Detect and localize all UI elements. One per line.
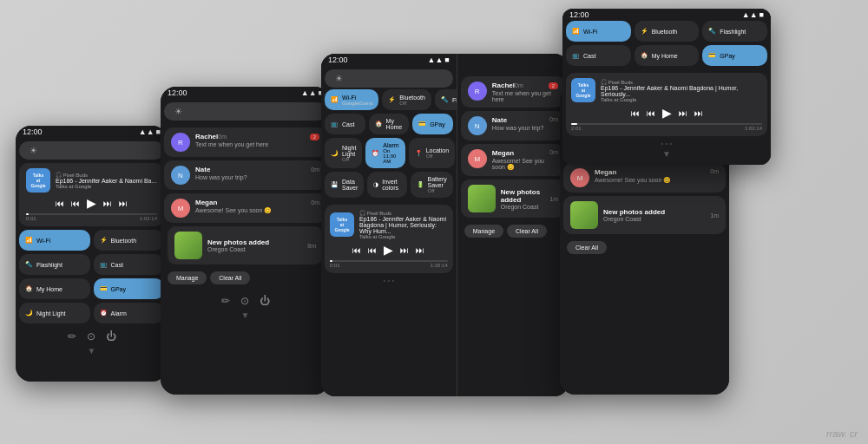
clear-button-2[interactable]: Clear All [210, 271, 250, 284]
media-controls-3[interactable]: ⏮ ⏮ ▶ ⏭ ⏭ [330, 243, 448, 257]
search-icon-3: ☀ [335, 74, 343, 83]
photos-content-2: New photos added Oregon Coast [207, 238, 269, 252]
clear-button-3[interactable]: Clear All [507, 225, 547, 238]
notif-nate-3: N Nate 0m How was your trip? [461, 111, 565, 140]
manage-button-2[interactable]: Manage [168, 271, 207, 284]
tile-batterysaver-3[interactable]: 🔋 Battery Saver Off [411, 172, 453, 198]
location-icon-3: 📍 [415, 150, 423, 157]
settings-icon-2[interactable]: ⊙ [240, 295, 249, 307]
photos-notif-4: New photos added Oregon Coast 1m [563, 196, 726, 234]
status-bar-1: 12:00 ▲▲ ■ [16, 126, 168, 138]
search-bar-3[interactable]: ☀ [325, 69, 453, 88]
moon-icon-1: 🌙 [25, 310, 33, 317]
notif-list-2: R Rachel 0m 2 Text me when you get here … [161, 124, 330, 291]
tile-cast-3[interactable]: 📺 Cast [325, 114, 365, 134]
tile-nightlight-1[interactable]: 🌙 Night Light [19, 303, 90, 323]
manage-row-2: Manage Clear All [164, 268, 326, 288]
datasaver-icon-3: 💾 [331, 181, 339, 188]
edit-icon-1[interactable]: ✏ [68, 330, 76, 343]
media-thumb-3: TalksatGoogle [330, 212, 354, 237]
media-card-1: TalksatGoogle 🎧 Pixel Buds Ep186 - Jenni… [19, 163, 164, 226]
tile-gpay-3[interactable]: 💳 GPay [412, 114, 453, 134]
bluetooth-icon-1: ⚡ [100, 237, 108, 244]
media-controls-1[interactable]: ⏮ ⏮ ▶ ⏭ ⏭ [26, 196, 157, 210]
tile-invertcolors-3[interactable]: ◑ Invert colors [367, 172, 406, 198]
tile-myhome-5[interactable]: 🏠 My Home [635, 45, 700, 66]
photos-thumb-4 [570, 201, 598, 229]
tile-gpay-1[interactable]: 💳 GPay [94, 278, 165, 299]
power-icon-2[interactable]: ⏻ [260, 295, 270, 307]
search-icon-2: ☀ [174, 107, 182, 116]
signal-1: ▲▲ ■ [139, 127, 161, 136]
flashlight-icon-3: 🔦 [441, 96, 449, 103]
time-1: 12:00 [23, 127, 43, 136]
tile-wifi-3[interactable]: 📶 Wi-Fi GoogleGuest [325, 89, 378, 110]
quick-tiles-3c: 🌙 Night Light Off ⏰ Alarm On 11:00 AM [321, 138, 457, 172]
notif-content-nate-2: Nate 0m How was your trip? [195, 166, 319, 180]
tile-flashlight-1[interactable]: 🔦 Flashlight [19, 254, 90, 275]
settings-icon-1[interactable]: ⊙ [87, 330, 95, 343]
media-progress-3 [330, 260, 448, 262]
quick-tiles-1: 📶 Wi-Fi ⚡ Bluetooth 🔦 Flashlight 📺 Cast … [16, 230, 168, 303]
invert-icon-3: ◑ [373, 181, 378, 188]
quick-tiles-5a: 📶 Wi-Fi ⚡ Bluetooth 🔦 Flashlight [562, 21, 771, 45]
tile-cast-1[interactable]: 📺 Cast [94, 254, 165, 275]
tile-bluetooth-1[interactable]: ⚡ Bluetooth [94, 230, 165, 251]
status-bar-2: 12:00 ▲▲ ■ [161, 87, 330, 99]
avatar-megan-2: M [171, 199, 190, 218]
gpay-icon-5: 💳 [708, 52, 716, 59]
home-icon-5: 🏠 [641, 52, 648, 59]
edit-icon-2[interactable]: ✏ [221, 295, 230, 307]
avatar-megan-4: M [570, 168, 589, 187]
tile-wifi-1[interactable]: 📶 Wi-Fi [19, 230, 90, 251]
notif-list-3: R Rachel 0m 2 Text me when you get here … [457, 73, 569, 245]
search-icon-1: ☀ [30, 146, 37, 155]
tile-datasaver-3[interactable]: 💾 Data Saver [325, 172, 364, 198]
photos-notif-3: New photos added Oregon Coast 1m [461, 180, 565, 218]
search-bar-2[interactable]: ☀ [164, 102, 326, 121]
chevron-down-2[interactable]: ▼ [161, 310, 330, 320]
tile-bluetooth-3[interactable]: ⚡ Bluetooth Off [382, 89, 431, 110]
power-icon-1[interactable]: ⏻ [106, 330, 116, 343]
flashlight-icon-5: 🔦 [708, 28, 716, 35]
media-thumb-1: TalksatGoogle [26, 168, 50, 193]
status-bar-5: 12:00 ▲▲ ■ [562, 9, 771, 21]
tile-wifi-5[interactable]: 📶 Wi-Fi [566, 21, 631, 42]
photos-content-3: New photos added Oregon Coast [501, 188, 545, 210]
status-bar-3: 12:00 ▲▲ ■ [321, 54, 457, 66]
manage-button-3[interactable]: Manage [464, 225, 503, 238]
tile-location-3[interactable]: 📍 Location Off [409, 138, 455, 168]
wifi-icon-3: 📶 [331, 96, 339, 103]
tile-nightlight-3[interactable]: 🌙 Night Light Off [325, 138, 362, 168]
tile-bluetooth-5[interactable]: ⚡ Bluetooth [635, 21, 700, 42]
notif-content-megan-2: Megan 0m Awesome! See you soon 😊 [195, 199, 319, 214]
tile-cast-5[interactable]: 📺 Cast [566, 45, 631, 66]
tile-flashlight-3[interactable]: 🔦 Flashlight [435, 89, 457, 110]
cast-icon-1: 📺 [100, 261, 108, 268]
tile-myhome-1[interactable]: 🏠 My Home [19, 278, 90, 299]
media-controls-5[interactable]: ⏮ ⏮ ▶ ⏭ ⏭ [571, 106, 762, 120]
home-icon-3: 🏠 [375, 121, 383, 127]
chevron-down-5[interactable]: ▼ [562, 149, 771, 159]
notif-megan-2: M Megan 0m Awesome! See you soon 😊 [164, 193, 326, 223]
moon-icon-3: 🌙 [331, 150, 339, 157]
bluetooth-icon-5: ⚡ [641, 28, 648, 35]
quick-tiles-3a: 📶 Wi-Fi GoogleGuest ⚡ Bluetooth Off [321, 89, 457, 114]
quick-tiles-3b: 📺 Cast 🏠 My Home 💳 GPay [321, 114, 457, 138]
bottom-toolbar-1: ✏ ⊙ ⏻ [16, 327, 168, 346]
search-bar-1[interactable]: ☀ [19, 141, 164, 160]
manage-row-3: Manage Clear All [461, 221, 565, 241]
quick-tiles-5b: 📺 Cast 🏠 My Home 💳 GPay [562, 45, 771, 69]
device-phone-medium: 12:00 ▲▲ ■ ☀ R Rachel 0m [161, 87, 330, 395]
media-time-1: 0:01 1:02:14 [26, 216, 157, 221]
tile-gpay-5[interactable]: 💳 GPay [702, 45, 767, 66]
tile-alarm-1[interactable]: ⏰ Alarm [94, 303, 165, 323]
tile-alarm-3[interactable]: ⏰ Alarm On 11:00 AM [365, 138, 404, 168]
notif-nate-2: N Nate 0m How was your trip? [164, 160, 326, 190]
clear-button-4[interactable]: Clear All [567, 241, 607, 254]
chevron-down-1[interactable]: ▼ [16, 346, 168, 356]
wifi-icon-5: 📶 [572, 28, 580, 35]
tile-myhome-3[interactable]: 🏠 My Home [369, 114, 410, 134]
manage-row-4: Clear All [563, 238, 726, 258]
tile-flashlight-5[interactable]: 🔦 Flashlight [702, 21, 767, 42]
